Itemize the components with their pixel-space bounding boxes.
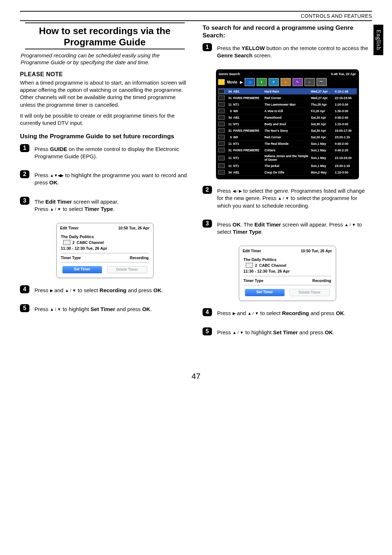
- step-badge: 3: [203, 220, 212, 228]
- arrow-up-down-icon: ▲ / ▼: [50, 307, 61, 312]
- row-time: 0:40-2:20: [335, 148, 357, 152]
- row-programme-title: Body and Soul: [265, 122, 310, 126]
- row-date: Wed,27 Apr: [311, 96, 334, 100]
- row-date: Fri,29 Apr: [311, 109, 334, 113]
- row-date: Wed,27 Apr: [311, 90, 334, 93]
- row-programme-title: The Lawnmower Man: [265, 103, 310, 106]
- genre-search-card: Genre Search 5:48 Tue, 22 Apr Movie ▶ 👥 …: [216, 69, 359, 179]
- step-badge: 2: [20, 170, 29, 178]
- programme-name: The Daily Politics: [61, 233, 149, 240]
- row-time: 15:00-17:30: [335, 129, 357, 132]
- sub-heading-left: Using the Programme Guide to set future …: [20, 132, 189, 140]
- row-channel-name: NT1: [233, 156, 263, 160]
- gs-clock: 5:48 Tue, 22 Apr: [331, 72, 356, 76]
- genre-search-row[interactable]: 11NT1The Lawnmower ManThu,28 Apr1:20-3:0…: [218, 101, 357, 108]
- genre-icon-3[interactable]: ✈︎: [269, 78, 279, 86]
- page-number: 47: [20, 372, 372, 381]
- genre-search-row[interactable]: 31PARIS PREMIERECrittersSun,1 May0:40-2:…: [218, 147, 357, 154]
- row-time: 21:10-23:20: [335, 156, 357, 160]
- genre-search-row[interactable]: 34AB1Coup De VilleMon,2 May1:10-3:00: [218, 169, 357, 176]
- row-channel-name: NT1: [233, 103, 263, 106]
- main-title: How to set recordings via the Programme …: [20, 25, 189, 48]
- channel-thumb-icon: [218, 128, 225, 133]
- step-badge: 4: [20, 285, 29, 293]
- row-channel-number: 34: [226, 90, 232, 93]
- row-date: Sun,1 May: [311, 148, 334, 152]
- channel-number: 2: [255, 263, 257, 268]
- right-step-2: 2 Press ◀ / ▶ to select the genre. Progr…: [203, 186, 372, 213]
- genre-search-row[interactable]: 11NT1The Real BlondeSun,1 May0:40-2:00: [218, 140, 357, 147]
- step-badge: 5: [203, 327, 212, 335]
- left-step-1: 1 Press GUIDE on the remote control to d…: [20, 144, 189, 164]
- delete-timer-button[interactable]: Delete Timer: [107, 266, 147, 273]
- right-column: To search for and record a programme usi…: [203, 23, 372, 346]
- row-channel-number: 11: [226, 156, 232, 160]
- step-badge: 2: [203, 186, 212, 194]
- set-timer-button[interactable]: Set Timer: [245, 289, 285, 296]
- time-range: 11:30 - 12:30 Tue, 26 Apr: [244, 268, 331, 274]
- genre-search-row[interactable]: 11NT1Indiana Jones and the Temple of Doo…: [218, 154, 357, 163]
- channel-thumb-icon: [218, 102, 225, 107]
- row-channel-name: NT1: [233, 164, 263, 168]
- row-channel-name: AB1: [233, 90, 263, 93]
- arrow-up-down-icon: ▲ / ▼: [248, 311, 259, 316]
- genre-search-row[interactable]: 11NT1Body and SoulSat,30 Apr1:15-3:00: [218, 121, 357, 127]
- arrow-right-icon: ▶: [240, 80, 243, 85]
- row-programme-title: The jackal: [265, 164, 310, 168]
- edit-timer-card: Edit Timer 10:50 Tue, 26 Apr The Daily P…: [56, 223, 154, 278]
- channel-thumb-icon: [218, 109, 225, 113]
- genre-icon-6[interactable]: ⌂: [305, 78, 315, 86]
- row-date: Sun,1 May: [311, 164, 334, 168]
- note-paragraph-2: It will only be possible to create or ed…: [20, 112, 189, 127]
- step-badge: 1: [20, 144, 29, 152]
- channel-thumb-icon: [246, 263, 253, 268]
- right-step-4: 4 Press ▶ and ▲ / ▼ to select Recording …: [203, 308, 372, 321]
- row-channel-number: 11: [226, 103, 232, 106]
- row-date: Sun,1 May: [311, 142, 334, 146]
- arrow-up-down-left-right-icon: ▲▼◀▶: [50, 173, 64, 178]
- row-programme-title: Indiana Jones and the Temple of Doom: [265, 154, 310, 162]
- arrow-up-down-icon: ▲ / ▼: [278, 196, 289, 201]
- row-channel-number: 34: [226, 171, 232, 174]
- genre-icon-5[interactable]: ✎: [293, 78, 303, 86]
- row-time: 23:20-1:15: [335, 135, 357, 139]
- genre-search-row[interactable]: 11NT1The jackalSun,1 May23:20-1:15: [218, 163, 357, 169]
- genre-search-row[interactable]: 9W9A Vow to KillFri,29 Apr1:30-3:00: [218, 108, 357, 114]
- language-tab: English: [373, 25, 383, 55]
- row-time: 0:15-1:45: [335, 90, 357, 93]
- row-programme-title: The Nun's Story: [265, 129, 310, 132]
- programme-name: The Daily Politics: [244, 256, 331, 263]
- row-programme-title: The Real Blonde: [265, 142, 310, 146]
- row-programme-title: A Vow to Kill: [265, 109, 310, 113]
- channel-thumb-icon: [218, 156, 225, 160]
- channel-thumb-icon: [63, 240, 70, 245]
- set-timer-button[interactable]: Set Timer: [62, 266, 102, 273]
- row-channel-name: AB1: [233, 116, 263, 119]
- intro-text: Programmed recording can be scheduled ea…: [20, 52, 189, 66]
- genre-icon-7[interactable]: 📷: [317, 78, 327, 86]
- right-step-3: 3 Press OK. The Edit Timer screen will a…: [203, 220, 372, 240]
- card-title: Edit Timer: [60, 226, 79, 230]
- row-channel-name: PARIS PREMIERE: [233, 148, 263, 152]
- genre-search-row[interactable]: 9W9Red CornerSat,30 Apr23:20-1:15: [218, 134, 357, 140]
- genre-icon-1[interactable]: 👥: [245, 78, 255, 86]
- timer-type-label: Timer Type: [61, 256, 81, 260]
- genre-search-row[interactable]: 34AB1ParenthoodSat,30 Apr0:45-2:40: [218, 114, 357, 121]
- genre-icon-4[interactable]: ☼: [281, 78, 291, 86]
- arrow-left-right-icon: ◀ / ▶: [233, 188, 242, 194]
- channel-thumb-icon: [218, 170, 225, 175]
- step-badge: 5: [20, 304, 29, 312]
- arrow-up-down-icon: ▲ / ▼: [233, 330, 244, 335]
- edit-timer-card: Edit Timer 10:50 Tue, 26 Apr The Daily P…: [239, 246, 336, 301]
- row-date: Sat,30 Apr: [311, 129, 334, 132]
- channel-thumb-icon: [218, 89, 225, 94]
- genre-search-row[interactable]: 31PARIS PREMIEREThe Nun's StorySat,30 Ap…: [218, 127, 357, 134]
- genre-search-row[interactable]: 34AB1Hard RainWed,27 Apr0:15-1:45: [218, 88, 357, 95]
- row-channel-name: NT1: [233, 122, 263, 126]
- row-channel-number: 31: [226, 129, 232, 132]
- left-step-3: 3 The Edit Timer screen will appear. Pre…: [20, 197, 189, 217]
- genre-search-row[interactable]: 31PARIS PREMIERERed CornerWed,27 Apr22:1…: [218, 95, 357, 101]
- delete-timer-button[interactable]: Delete Timer: [290, 289, 330, 296]
- genre-icon-2[interactable]: ℹ︎: [257, 78, 267, 86]
- channel-thumb-icon: [218, 122, 225, 126]
